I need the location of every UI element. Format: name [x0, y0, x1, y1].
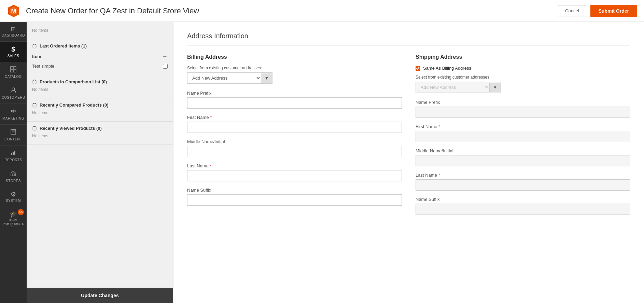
recently-viewed-no-items: No items: [32, 134, 168, 138]
shipping-last-name-label: Last Name *: [416, 173, 630, 178]
item-row: Item →: [32, 51, 168, 61]
page-title: Create New Order for QA Zest in Default …: [26, 6, 199, 15]
shipping-name-suffix-label: Name Suffix: [416, 197, 630, 202]
svg-rect-15: [14, 151, 15, 155]
svg-rect-13: [11, 153, 12, 155]
shipping-first-name-field: First Name *: [416, 124, 630, 142]
main-content: Address Information Billing Address Sele…: [173, 22, 644, 303]
recently-viewed-section: Recently Viewed Products (0) No items: [27, 122, 173, 145]
recently-viewed-title[interactable]: Recently Viewed Products (0): [32, 126, 168, 131]
loader-icon-3: [32, 103, 37, 108]
sidebar-item-system[interactable]: ⚙ SYSTEM: [0, 187, 27, 207]
sidebar-item-label: SYSTEM: [6, 199, 21, 203]
loader-icon: [32, 44, 37, 49]
sidebar-item-label: SALES: [8, 54, 19, 58]
billing-select-label: Select from existing customer addresses:: [187, 66, 402, 70]
top-header: M Create New Order for QA Zest in Defaul…: [0, 0, 644, 22]
customers-icon: [10, 87, 16, 94]
billing-name-prefix-label: Name Prefix: [187, 91, 402, 96]
billing-address-dropdown[interactable]: Add New Address ▼: [187, 72, 272, 84]
left-panel: No items Last Ordered Items (1) Item → T…: [27, 22, 173, 303]
svg-text:M: M: [11, 8, 16, 15]
billing-first-name-input[interactable]: [187, 122, 402, 133]
sidebar-item-reports[interactable]: REPORTS: [0, 146, 27, 166]
svg-rect-16: [12, 174, 14, 176]
shipping-name-suffix-field: Name Suffix: [416, 197, 630, 215]
svg-rect-3: [11, 67, 13, 69]
shipping-address-col: Shipping Address Same As Billing Address…: [416, 54, 630, 221]
billing-middle-name-input[interactable]: [187, 146, 402, 157]
comparison-section: Products in Comparison List (0) No items: [27, 75, 173, 98]
reports-icon: [10, 150, 16, 157]
update-changes-button[interactable]: Update Changes: [27, 288, 173, 303]
item-checkbox[interactable]: [163, 64, 168, 69]
sidebar-item-marketing[interactable]: MARKETING: [0, 104, 27, 125]
sidebar-item-label: DASHBOARD: [2, 33, 25, 37]
billing-last-name-field: Last Name *: [187, 163, 402, 181]
billing-last-name-input[interactable]: [187, 170, 402, 181]
billing-name-prefix-input[interactable]: [187, 97, 402, 109]
recently-compared-section: Recently Compared Products (0) No items: [27, 98, 173, 122]
item-name: Test simple: [32, 64, 54, 69]
sidebar-item-stores[interactable]: STORES: [0, 166, 27, 187]
content-icon: [10, 129, 16, 136]
shipping-name-prefix-field: Name Prefix: [416, 100, 630, 118]
cancel-button[interactable]: Cancel: [558, 5, 586, 16]
billing-name-suffix-input[interactable]: [187, 194, 402, 206]
last-ordered-title[interactable]: Last Ordered Items (1): [32, 43, 168, 49]
sidebar-item-sales[interactable]: $ SALES: [0, 42, 27, 62]
billing-dropdown-btn[interactable]: ▼: [261, 73, 272, 83]
shipping-dropdown-btn[interactable]: ▼: [489, 83, 501, 92]
item-label: Item: [32, 54, 41, 59]
shipping-middle-name-label: Middle Name/Initial: [416, 148, 630, 153]
shipping-middle-name-input[interactable]: [416, 155, 630, 166]
billing-address-select[interactable]: Add New Address: [187, 73, 261, 83]
sidebar-nav: ⊞ DASHBOARD $ SALES CATALOG CUSTOMERS MA…: [0, 22, 27, 303]
required-star-2: *: [210, 164, 212, 168]
submit-order-button[interactable]: Submit Order: [590, 5, 637, 17]
sidebar-item-partners[interactable]: 🎓 66 FIND PARTNERS & E...: [0, 207, 27, 233]
svg-rect-14: [13, 152, 14, 155]
billing-first-name-field: First Name *: [187, 115, 402, 133]
shipping-name-suffix-input[interactable]: [416, 204, 630, 215]
sidebar-item-dashboard[interactable]: ⊞ DASHBOARD: [0, 22, 27, 42]
shipping-select-label: Select from existing customer addresses:: [416, 75, 630, 80]
billing-name-suffix-field: Name Suffix: [187, 188, 402, 206]
stores-icon: [10, 170, 16, 178]
sidebar-item-catalog[interactable]: CATALOG: [0, 62, 27, 83]
address-section-title: Address Information: [187, 32, 630, 46]
svg-rect-5: [11, 70, 13, 72]
sidebar-item-customers[interactable]: CUSTOMERS: [0, 83, 27, 104]
same-as-billing-checkbox[interactable]: [416, 66, 420, 71]
billing-address-col: Billing Address Select from existing cus…: [187, 54, 402, 221]
loader-icon-4: [32, 126, 37, 131]
sidebar-item-label: CONTENT: [4, 137, 22, 141]
marketing-icon: [10, 108, 16, 115]
magento-logo-icon: M: [7, 4, 20, 18]
no-items-section: No items: [27, 22, 173, 39]
sidebar-item-content[interactable]: CONTENT: [0, 125, 27, 146]
shipping-name-prefix-input[interactable]: [416, 107, 630, 118]
shipping-first-name-input[interactable]: [416, 131, 630, 142]
shipping-last-name-field: Last Name *: [416, 173, 630, 191]
sidebar-item-label: MARKETING: [2, 116, 24, 120]
billing-address-title: Billing Address: [187, 54, 402, 60]
required-star: *: [210, 115, 212, 120]
shipping-last-name-input[interactable]: [416, 179, 630, 191]
comparison-title[interactable]: Products in Comparison List (0): [32, 79, 168, 84]
recently-compared-title[interactable]: Recently Compared Products (0): [32, 102, 168, 108]
left-panel-content: No items Last Ordered Items (1) Item → T…: [27, 22, 173, 288]
svg-rect-6: [14, 70, 16, 72]
nav-badge: 66: [18, 209, 24, 215]
main-layout: ⊞ DASHBOARD $ SALES CATALOG CUSTOMERS MA…: [0, 22, 644, 303]
shipping-first-name-label: First Name *: [416, 124, 630, 129]
svg-point-8: [13, 110, 14, 112]
comparison-no-items: No items: [32, 87, 168, 92]
header-right: Cancel Submit Order: [558, 5, 637, 17]
sales-icon: $: [11, 46, 15, 53]
left-panel-footer: Update Changes: [27, 288, 173, 303]
system-icon: ⚙: [11, 191, 16, 197]
shipping-address-select[interactable]: Add New Address: [416, 82, 489, 93]
shipping-address-dropdown[interactable]: Add New Address ▼: [416, 82, 501, 93]
same-as-billing-row: Same As Billing Address: [416, 66, 630, 71]
